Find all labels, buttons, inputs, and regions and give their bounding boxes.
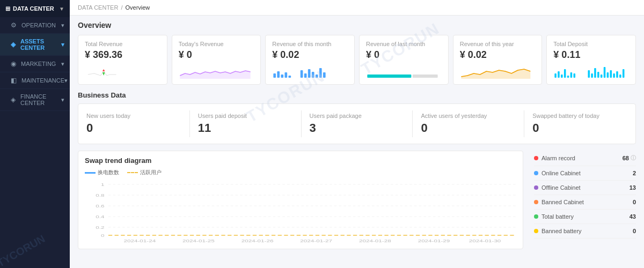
right-item-online-cabinet: Online Cabinet 2 (534, 166, 636, 181)
today-revenue-chart (179, 64, 254, 79)
svg-text:0.4: 0.4 (96, 214, 105, 219)
sidebar-item-label: MAINTENANCE (21, 77, 64, 84)
card-total-revenue: Total Revenue ¥ 369.36 (78, 35, 167, 85)
legend-active-users: 活跃用户 (127, 169, 162, 176)
legend-swap-count: 换电数数 (85, 169, 119, 176)
card-total-deposit: Total Deposit ¥ 0.11 (546, 35, 636, 85)
banned-battery-dot (534, 229, 538, 233)
active-users-line-icon (127, 172, 138, 173)
chevron-icon: ▾ (61, 41, 64, 48)
svg-rect-33 (619, 75, 621, 78)
business-item-active-users: Active users of yesterday 0 (413, 110, 524, 137)
sidebar-item-finance-center[interactable]: ◈ FINANCE CENTER ▾ (0, 89, 70, 111)
breadcrumb-current: Overview (125, 4, 150, 11)
card-this-month-revenue-label: Revenue of this month (272, 41, 348, 47)
active-users-legend-label: 活跃用户 (140, 169, 162, 176)
svg-text:1: 1 (101, 182, 105, 187)
breadcrumb-separator: / (121, 4, 122, 11)
breadcrumb-root: DATA CENTER (78, 4, 118, 11)
svg-text:2024-01-30: 2024-01-30 (469, 239, 501, 243)
sidebar-watermark: TYCORUN (0, 233, 47, 268)
svg-rect-30 (610, 70, 612, 78)
banned-cabinet-label: Banned Cabinet (541, 199, 584, 205)
chevron-icon: ▾ (61, 22, 64, 29)
finance-center-icon: ◈ (11, 96, 16, 103)
swap-count-line-icon (85, 172, 96, 174)
sidebar-header[interactable]: ⊞ DATA CENTER ▼ (0, 0, 70, 17)
svg-text:2024-01-29: 2024-01-29 (418, 239, 450, 243)
online-cabinet-label: Online Cabinet (541, 170, 581, 176)
swapped-battery-value: 0 (532, 121, 627, 135)
card-total-deposit-value: ¥ 0.11 (553, 49, 629, 61)
online-cabinet-value: 2 (633, 170, 636, 176)
svg-text:0.8: 0.8 (96, 193, 105, 198)
svg-rect-9 (308, 69, 311, 78)
right-item-banned-battery: Banned battery 0 (534, 224, 636, 239)
swap-trend-section: Swap trend diagram 换电数数 活跃用户 (78, 151, 523, 249)
card-this-month-revenue-value: ¥ 0.02 (272, 49, 348, 61)
svg-rect-28 (604, 67, 606, 78)
svg-rect-20 (567, 76, 569, 78)
right-item-offline-cabinet: Offline Cabinet 13 (534, 181, 636, 195)
content-area: TYCORUN TYCORUN Overview Total Revenue ¥… (70, 16, 644, 255)
sidebar-item-operation[interactable]: ⚙ OPERATION ▾ (0, 17, 70, 34)
chevron-down-icon: ▼ (59, 6, 64, 12)
card-this-month-revenue: Revenue of this month ¥ 0.02 (265, 35, 355, 85)
svg-text:2024-01-25: 2024-01-25 (182, 239, 215, 243)
total-revenue-chart (85, 64, 160, 79)
svg-rect-34 (623, 69, 625, 78)
data-center-icon: ⊞ (5, 5, 10, 12)
sidebar-item-assets-center[interactable]: ◈ ASSETS CENTER ▾ (0, 34, 70, 56)
sidebar-header-label: DATA CENTER (13, 5, 54, 12)
svg-rect-22 (574, 73, 576, 78)
alarm-record-left: Alarm record (534, 155, 575, 161)
swapped-battery-label: Swapped battery of today (532, 113, 627, 119)
svg-text:2024-01-27: 2024-01-27 (300, 239, 332, 243)
svg-text:0.6: 0.6 (96, 204, 105, 209)
card-total-revenue-label: Total Revenue (85, 41, 160, 47)
info-icon[interactable]: ⓘ (631, 154, 636, 162)
revenue-cards-row: Total Revenue ¥ 369.36 Today's Revenue ¥… (78, 35, 636, 85)
svg-rect-6 (289, 76, 291, 78)
operation-icon: ⚙ (11, 21, 17, 29)
online-cabinet-dot (534, 171, 538, 175)
svg-rect-16 (555, 73, 557, 78)
offline-cabinet-label: Offline Cabinet (541, 184, 581, 191)
swap-count-label: 换电数数 (98, 169, 119, 176)
svg-marker-1 (103, 72, 105, 76)
main-content: DATA CENTER / Overview TYCORUN TYCORUN O… (70, 0, 644, 268)
maintenance-icon: ◧ (11, 77, 17, 84)
paid-package-label: Users paid package (310, 113, 405, 119)
swap-chart-area: 1 0.8 0.6 0.4 0.2 0 2024-01-24 2024-01-2… (85, 179, 516, 243)
sidebar: ⊞ DATA CENTER ▼ ⚙ OPERATION ▾ ◈ ASSETS C… (0, 0, 70, 268)
banned-cabinet-value: 0 (633, 199, 636, 205)
svg-rect-3 (277, 71, 280, 78)
chevron-icon: ▾ (61, 61, 64, 68)
svg-rect-15 (413, 75, 438, 78)
swap-trend-title: Swap trend diagram (85, 157, 516, 165)
page-title: Overview (78, 21, 636, 29)
card-today-revenue-label: Today's Revenue (179, 41, 254, 47)
banned-battery-label: Banned battery (541, 228, 582, 234)
svg-rect-18 (561, 75, 563, 78)
total-battery-dot (534, 214, 538, 219)
marketing-icon: ◉ (11, 60, 16, 68)
card-total-deposit-label: Total Deposit (553, 41, 629, 47)
banned-battery-value: 0 (633, 228, 636, 234)
paid-deposit-label: Users paid deposit (198, 113, 293, 119)
svg-rect-27 (601, 75, 603, 78)
svg-rect-12 (319, 68, 322, 78)
sidebar-item-maintenance[interactable]: ◧ MAINTENANCE ▾ (0, 72, 70, 89)
paid-deposit-value: 11 (198, 121, 293, 135)
svg-rect-24 (591, 73, 594, 78)
right-item-total-battery: Total battery 43 (534, 210, 636, 224)
swap-legend: 换电数数 活跃用户 (85, 169, 516, 176)
new-users-value: 0 (86, 121, 181, 135)
sidebar-item-marketing[interactable]: ◉ MARKETING ▾ (0, 56, 70, 72)
svg-rect-7 (301, 70, 303, 78)
sidebar-item-label: FINANCE CENTER (20, 93, 61, 106)
total-battery-label: Total battery (541, 213, 574, 220)
business-item-swapped-battery: Swapped battery of today 0 (524, 110, 635, 137)
card-total-revenue-value: ¥ 369.36 (85, 49, 160, 61)
business-data-row: New users today 0 Users paid deposit 11 … (78, 103, 636, 144)
